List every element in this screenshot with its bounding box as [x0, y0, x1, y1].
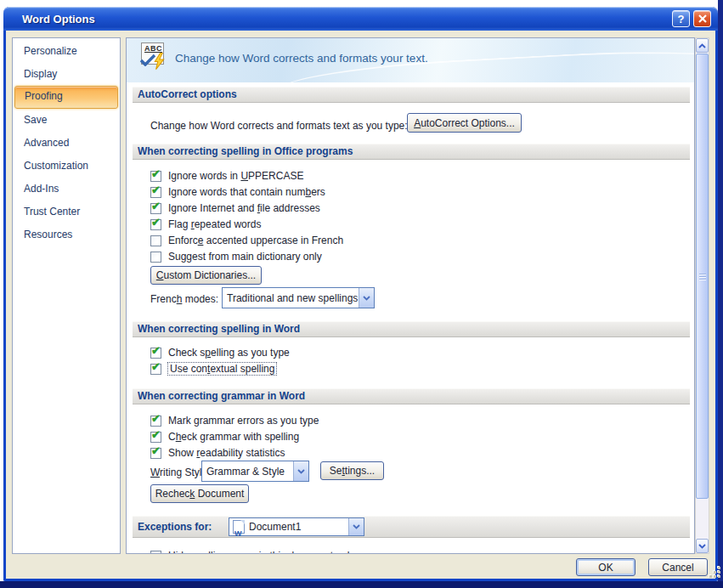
checkbox-ignore-numbers[interactable]: ✔ Ignore words that contain numbers — [150, 185, 325, 199]
sidebar-item-resources[interactable]: Resources — [13, 223, 120, 246]
checkbox[interactable]: ✔ — [150, 219, 161, 230]
checkbox[interactable] — [150, 252, 161, 263]
sidebar-item-proofing[interactable]: Proofing — [14, 86, 118, 109]
chevron-down-icon — [353, 524, 360, 529]
checkbox-label: Use contextual spelling — [168, 363, 276, 375]
checkbox-label: Enforce accented uppercase in French — [168, 235, 343, 246]
chevron-up-icon — [698, 43, 706, 48]
checkbox[interactable]: ✔ — [150, 432, 161, 443]
scrollbar-thumb[interactable] — [696, 54, 709, 499]
sidebar-item-save[interactable]: Save — [13, 109, 120, 132]
exceptions-dropdown[interactable]: W Document1 — [229, 517, 364, 536]
custom-dictionaries-button[interactable]: Custom Dictionaries... — [150, 266, 262, 285]
lightning-icon — [154, 53, 165, 71]
check-icon: ✔ — [151, 360, 161, 373]
checkbox-label: Hide spelling errors in this document on… — [168, 550, 354, 554]
french-modes-label: French modes: — [150, 293, 218, 305]
sidebar-item-advanced[interactable]: Advanced — [13, 132, 120, 155]
french-modes-dropdown[interactable]: Traditional and new spellings — [222, 287, 375, 308]
checkbox-check-spelling-as-type[interactable]: ✔ Check spelling as you type — [150, 346, 290, 359]
checkbox-label: Show readability statistics — [168, 447, 285, 459]
checkbox-label: Flag repeated words — [168, 218, 261, 230]
scroll-up-button[interactable] — [696, 38, 709, 53]
check-icon: ✔ — [151, 184, 161, 196]
exceptions-label: Exceptions for: — [138, 521, 212, 533]
writing-style-value: Grammar & Style — [202, 466, 293, 478]
check-icon: ✔ — [151, 428, 161, 441]
sidebar: Personalize Display Proofing Save Advanc… — [12, 37, 121, 554]
sidebar-item-addins[interactable]: Add-Ins — [13, 178, 120, 201]
sidebar-item-customization[interactable]: Customization — [13, 155, 120, 178]
page-description: Change how Word corrects and formats you… — [175, 52, 428, 65]
sidebar-item-trust-center[interactable]: Trust Center — [13, 201, 120, 223]
cancel-button[interactable]: Cancel — [648, 558, 708, 576]
checkbox-label: Ignore words that contain numbers — [168, 186, 325, 198]
check-icon: ✔ — [151, 412, 161, 425]
word-document-icon: W — [233, 520, 245, 534]
settings-button[interactable]: Settings... — [320, 461, 384, 480]
checkbox-label: Check spelling as you type — [168, 347, 290, 359]
writing-style-dropdown[interactable]: Grammar & Style — [201, 461, 309, 482]
checkbox[interactable]: ✔ — [150, 348, 161, 359]
dropdown-arrow-button[interactable] — [359, 288, 374, 308]
checkbox-flag-repeated[interactable]: ✔ Flag repeated words — [150, 218, 261, 231]
section-header-spelling-office: When correcting spelling in Office progr… — [133, 144, 690, 160]
checkbox-ignore-uppercase[interactable]: ✔ Ignore words in UPPERCASE — [150, 169, 303, 183]
checkbox-check-grammar-with-spelling[interactable]: ✔ Check grammar with spelling — [150, 430, 299, 444]
checkbox[interactable]: ✔ — [150, 187, 161, 198]
checkbox[interactable] — [150, 235, 161, 246]
background-bottom-strip — [0, 581, 723, 588]
sidebar-item-display[interactable]: Display — [13, 63, 120, 86]
checkbox-label: Ignore Internet and file addresses — [168, 202, 320, 214]
dropdown-arrow-button[interactable] — [348, 518, 364, 535]
french-modes-value: Traditional and new spellings — [223, 292, 359, 304]
dialog-titlebar[interactable]: Word Options ? — [3, 7, 718, 31]
check-icon: ✔ — [151, 167, 161, 180]
scroll-down-button[interactable] — [696, 539, 709, 553]
autocorrect-row-label: Change how Word corrects and formats tex… — [150, 120, 408, 132]
section-header-spelling-word: When correcting spelling in Word — [133, 321, 690, 337]
scrollbar[interactable] — [695, 37, 709, 554]
checkbox-mark-grammar-errors[interactable]: ✔ Mark grammar errors as you type — [150, 414, 319, 427]
checkbox-show-readability[interactable]: ✔ Show readability statistics — [150, 446, 285, 460]
help-button[interactable]: ? — [672, 10, 690, 27]
checkbox-label: Ignore words in UPPERCASE — [168, 170, 303, 182]
checkbox[interactable]: ✔ — [150, 416, 161, 427]
chevron-down-icon — [363, 296, 370, 301]
checkbox-enforce-french[interactable]: Enforce accented uppercase in French — [150, 234, 343, 247]
checkbox[interactable]: ✔ — [150, 203, 161, 214]
section-header-exceptions: Exceptions for: W Document1 — [133, 516, 690, 538]
sidebar-item-personalize[interactable]: Personalize — [13, 40, 120, 63]
ok-button[interactable]: OK — [576, 558, 635, 576]
checkbox[interactable]: ✔ — [150, 364, 161, 375]
recheck-document-button[interactable]: Recheck Document — [150, 484, 249, 503]
checkbox-contextual-spelling[interactable]: ✔ Use contextual spelling — [150, 362, 276, 376]
check-icon: ✔ — [151, 444, 161, 457]
proofing-abc-icon: ABC — [139, 42, 172, 75]
section-header-grammar-word: When correcting grammar in Word — [133, 388, 690, 404]
main-panel: ABC Change how Word corrects and formats… — [126, 37, 695, 554]
check-icon: ✔ — [151, 200, 161, 212]
checkbox[interactable] — [150, 551, 161, 555]
chevron-down-icon — [698, 544, 706, 549]
checkbox-label: Mark grammar errors as you type — [168, 415, 319, 427]
checkbox-hide-spelling-errors[interactable]: Hide spelling errors in this document on… — [150, 549, 354, 554]
close-button[interactable] — [693, 10, 711, 27]
section-header-autocorrect: AutoCorrect options — [133, 87, 690, 103]
chevron-down-icon — [297, 469, 305, 474]
close-icon — [698, 14, 707, 23]
checkbox-label: Suggest from main dictionary only — [168, 251, 322, 263]
checkbox[interactable]: ✔ — [150, 448, 161, 459]
exceptions-value: Document1 — [245, 516, 348, 538]
checkbox[interactable]: ✔ — [150, 171, 161, 182]
checkbox-label: Check grammar with spelling — [168, 431, 299, 443]
help-icon: ? — [678, 13, 685, 25]
checkbox-suggest-main-dict[interactable]: Suggest from main dictionary only — [150, 250, 322, 263]
dialog-title: Word Options — [3, 13, 95, 25]
screen: Word Options ? Personalize Display Proof… — [0, 0, 723, 588]
check-icon: ✔ — [151, 216, 161, 229]
dropdown-arrow-button[interactable] — [293, 461, 308, 481]
autocorrect-options-button[interactable]: AutoCorrect Options... — [407, 113, 522, 133]
resize-grip[interactable] — [710, 568, 720, 578]
checkbox-ignore-internet[interactable]: ✔ Ignore Internet and file addresses — [150, 201, 320, 215]
